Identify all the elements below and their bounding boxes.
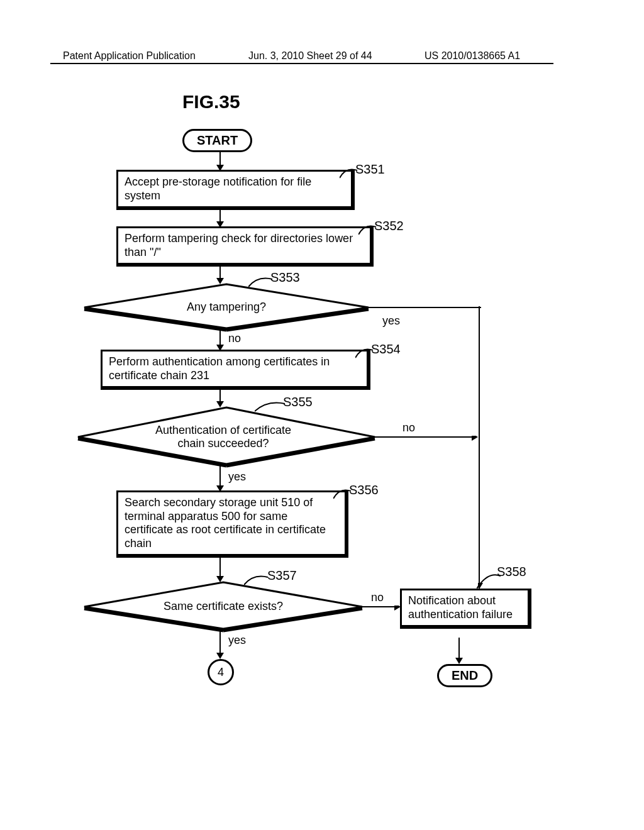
label-s358: S358 [497,565,526,579]
svg-marker-18 [472,436,478,441]
label-s352: S352 [374,219,404,233]
decision-s357-text: Same certificate exists? [142,600,305,613]
process-s354: Perform authentication among certificate… [101,350,370,390]
process-s358: Notification about authentication failur… [400,589,531,629]
label-s357: S357 [267,568,297,583]
header-rule [50,63,553,64]
label-s356: S356 [349,483,379,497]
label-s355: S355 [283,395,313,409]
arrow [214,263,226,284]
label-s351: S351 [355,162,385,177]
figure-title: FIG.35 [182,91,240,113]
line [368,306,481,309]
leader-hook [255,400,286,412]
header-date-sheet: Jun. 3, 2010 Sheet 29 of 44 [248,50,372,62]
bus-line [478,306,486,589]
svg-marker-33 [455,658,463,664]
process-s358-text: Notification about authentication failur… [408,594,513,621]
start-node: START [182,129,252,152]
arrow [214,464,226,492]
process-s356: Search secondary storage unit 510 of ter… [116,490,348,558]
decision-s355-text: Authentication of certificate chain succ… [142,424,305,450]
arrow [214,629,226,659]
arrow [214,556,226,582]
decision-s353-text: Any tampering? [145,301,308,314]
edge-s355-no: no [402,421,415,434]
edge-s357-yes: yes [228,634,246,647]
leader-hook [244,573,269,586]
arrow [374,436,478,443]
header-publication: Patent Application Publication [63,50,196,62]
process-s352: Perform tampering check for directories … [116,226,374,267]
arrow [214,206,226,228]
end-node: END [437,664,492,687]
process-s351-text: Accept pre-storage notification for file… [125,175,311,202]
arrow [214,152,226,171]
header-docnumber: US 2010/0138665 A1 [425,50,520,62]
process-s351: Accept pre-storage notification for file… [116,170,355,210]
arrow [214,386,226,407]
leader-hook [248,275,274,288]
process-s356-text: Search secondary storage unit 510 of ter… [125,496,326,550]
label-s353: S353 [270,270,300,285]
edge-s357-no: no [371,591,384,604]
edge-s355-yes: yes [228,470,246,484]
connector-4: 4 [208,659,234,685]
arrow [214,328,226,351]
svg-marker-29 [216,653,224,659]
label-s354: S354 [371,342,401,357]
process-s354-text: Perform authentication among certificate… [109,355,330,382]
edge-s353-yes: yes [382,314,400,328]
process-s352-text: Perform tampering check for directories … [125,232,353,258]
arrow [453,638,465,664]
arrow [362,606,401,613]
edge-s353-no: no [228,332,241,345]
